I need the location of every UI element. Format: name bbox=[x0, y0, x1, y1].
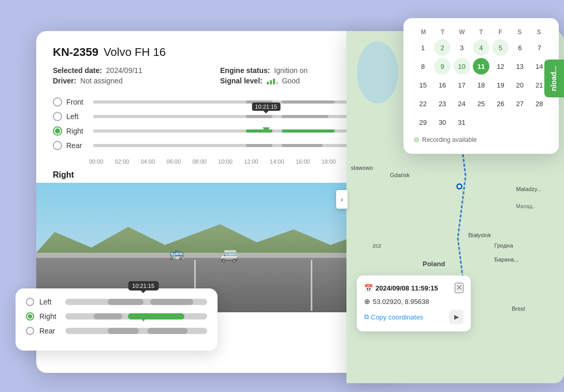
download-button[interactable]: nload... bbox=[544, 60, 564, 97]
calendar-day-headers: M T W T F S S bbox=[414, 28, 548, 36]
calendar-cell[interactable]: 27 bbox=[512, 95, 528, 112]
svg-point-3 bbox=[458, 185, 461, 188]
calendar-cell[interactable]: 15 bbox=[415, 77, 431, 93]
mini-camera-rear[interactable]: Rear bbox=[26, 327, 207, 335]
calendar-cell[interactable]: 29 bbox=[415, 114, 431, 130]
calendar-cell[interactable]: 6 bbox=[512, 39, 528, 56]
mini-label-right: Right bbox=[39, 312, 60, 321]
signal-icon bbox=[267, 79, 278, 84]
svg-point-1 bbox=[357, 41, 398, 104]
vehicle-van2-icon: 🚌 bbox=[169, 246, 184, 260]
radio-front[interactable] bbox=[53, 97, 62, 107]
signal-label: Signal level: bbox=[220, 77, 263, 85]
calendar-cell[interactable]: 20 bbox=[512, 77, 528, 93]
calendar-cell[interactable]: 23 bbox=[434, 95, 451, 112]
mini-bar-left: 10:21:15 bbox=[65, 299, 207, 305]
calendar-cell[interactable] bbox=[512, 114, 528, 130]
calendar-cell[interactable]: 18 bbox=[473, 77, 489, 93]
timeline-right: 10:21:15 bbox=[93, 127, 387, 135]
calendar-cell[interactable]: 2 bbox=[434, 39, 451, 56]
calendar-cell[interactable]: 5 bbox=[492, 39, 509, 56]
gps-popup-header: 📅 2024/09/08 11:59:15 ✕ bbox=[364, 283, 464, 293]
camera-label-left: Left bbox=[66, 112, 89, 121]
calendar-cell[interactable] bbox=[473, 114, 489, 130]
mini-tooltip-left: 10:21:15 bbox=[128, 281, 158, 291]
calendar-cell[interactable]: 31 bbox=[454, 114, 470, 130]
calendar-cell[interactable]: 17 bbox=[454, 77, 470, 93]
signal-value: Good bbox=[282, 77, 299, 85]
mini-camera-right[interactable]: Right bbox=[26, 312, 207, 321]
vehicle-model: Volvo FH 16 bbox=[104, 46, 166, 59]
timeline-left bbox=[93, 113, 387, 120]
calendar-cell[interactable]: 24 bbox=[454, 95, 470, 112]
camera-row-rear[interactable]: Rear bbox=[53, 141, 387, 150]
driver-field: Driver: Not assigned bbox=[53, 77, 220, 85]
calendar-cell[interactable]: 12 bbox=[492, 58, 509, 75]
mini-camera-left[interactable]: Left 10:21:15 bbox=[26, 298, 207, 306]
camera-row-left[interactable]: Left bbox=[53, 112, 387, 121]
engine-status-value: Ignition on bbox=[274, 66, 308, 75]
divider-button[interactable]: › bbox=[336, 190, 348, 209]
copy-coordinates-button[interactable]: ⧉ Copy coordinates bbox=[364, 313, 423, 321]
calendar-cell[interactable]: 3 bbox=[454, 39, 470, 56]
time-axis: 00:00 02:00 04:00 06:00 08:00 10:00 12:0… bbox=[89, 155, 387, 165]
camera-row-front[interactable]: Front bbox=[53, 97, 387, 107]
calendar-grid: 1234567891011121314151617181920212223242… bbox=[414, 39, 548, 131]
selected-date-value: 2024/09/11 bbox=[106, 66, 142, 75]
mini-timeline-popup: Left 10:21:15 Right Rear bbox=[16, 288, 218, 351]
gps-close-button[interactable]: ✕ bbox=[455, 283, 464, 293]
time-tooltip: 10:21:15 bbox=[252, 103, 280, 111]
selected-date-label: Selected date: bbox=[53, 66, 102, 75]
calendar-cell[interactable] bbox=[531, 114, 547, 130]
vehicle-van-icon: 🚐 bbox=[220, 246, 238, 263]
gps-play-button[interactable]: ▶ bbox=[449, 310, 464, 324]
calendar-cell[interactable]: 28 bbox=[531, 95, 547, 112]
gps-popup: 📅 2024/09/08 11:59:15 ✕ ⊕ 53.02920, 8.95… bbox=[357, 275, 471, 331]
mini-label-left: Left bbox=[39, 298, 60, 306]
calendar-legend: Recording available bbox=[414, 136, 548, 143]
selected-date-field: Selected date: 2024/09/11 bbox=[53, 66, 220, 75]
calendar-cell[interactable] bbox=[492, 114, 509, 130]
timeline-front bbox=[93, 98, 387, 106]
calendar-cell[interactable]: 30 bbox=[434, 114, 451, 130]
timeline-marker bbox=[263, 127, 270, 133]
calendar-cell[interactable]: 1 bbox=[415, 39, 431, 56]
vehicle-title: KN-2359 Volvo FH 16 bbox=[53, 46, 387, 59]
mini-label-rear: Rear bbox=[39, 327, 60, 335]
camera-label-rear: Rear bbox=[66, 141, 89, 150]
vehicle-meta: Selected date: 2024/09/11 Engine status:… bbox=[53, 66, 387, 85]
vehicle-id: KN-2359 bbox=[53, 46, 98, 59]
calendar-cell[interactable]: 19 bbox=[492, 77, 509, 93]
calendar-cell[interactable]: 13 bbox=[512, 58, 528, 75]
calendar-cell[interactable]: 8 bbox=[415, 58, 431, 75]
radio-left[interactable] bbox=[53, 112, 62, 121]
calendar-cell[interactable]: 22 bbox=[415, 95, 431, 112]
camera-label-front: Front bbox=[66, 98, 89, 106]
mini-radio-rear[interactable] bbox=[26, 327, 34, 335]
calendar-cell[interactable]: 26 bbox=[492, 95, 509, 112]
gps-coords: ⊕ 53.02920, 8.95638 bbox=[364, 297, 464, 306]
driver-label: Driver: bbox=[53, 77, 76, 85]
camera-label-right: Right bbox=[66, 127, 89, 135]
calendar-cell[interactable]: 16 bbox=[434, 77, 451, 93]
calendar-cell[interactable]: 11 bbox=[473, 58, 489, 75]
gps-date: 📅 2024/09/08 11:59:15 bbox=[364, 284, 438, 292]
calendar-popup: M T W T F S S 12345678910111213141516171… bbox=[403, 18, 559, 154]
legend-dot bbox=[414, 137, 419, 142]
calendar-cell[interactable]: 10 bbox=[454, 58, 470, 75]
mini-bar-rear bbox=[65, 328, 207, 334]
mini-radio-right[interactable] bbox=[26, 312, 34, 321]
calendar-cell[interactable]: 25 bbox=[473, 95, 489, 112]
gps-copy-row: ⧉ Copy coordinates ▶ bbox=[364, 310, 464, 324]
engine-status-label: Engine status: bbox=[220, 66, 270, 75]
calendar-cell[interactable]: 9 bbox=[434, 58, 451, 75]
radio-rear[interactable] bbox=[53, 141, 62, 150]
calendar-cell[interactable]: 7 bbox=[531, 39, 547, 56]
timeline-rear bbox=[93, 142, 387, 149]
calendar-cell[interactable]: 4 bbox=[473, 39, 489, 56]
driver-value: Not assigned bbox=[80, 77, 123, 85]
mini-radio-left[interactable] bbox=[26, 298, 34, 306]
mini-bar-right bbox=[65, 313, 207, 320]
camera-row-right[interactable]: Right 10:21:15 bbox=[53, 126, 387, 136]
radio-right[interactable] bbox=[53, 126, 62, 136]
